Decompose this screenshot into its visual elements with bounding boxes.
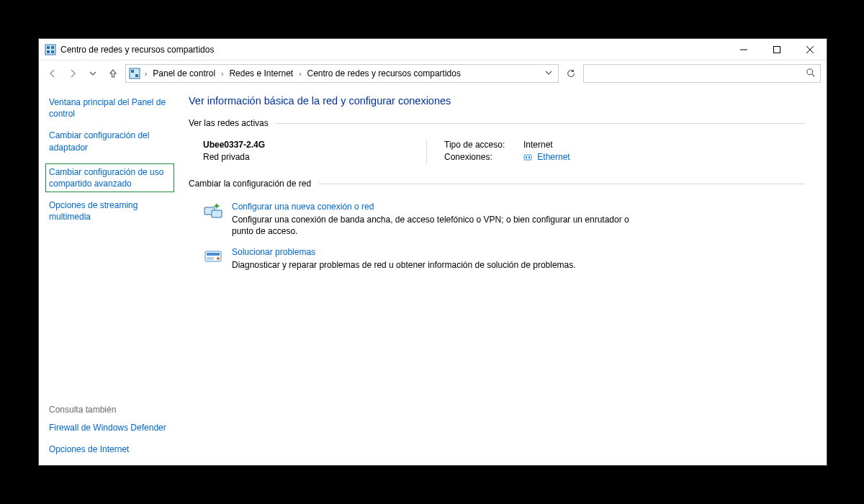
connection-link[interactable]: Ethernet: [537, 152, 570, 162]
svg-rect-11: [135, 74, 138, 77]
ethernet-icon: [523, 153, 532, 161]
change-settings-label: Cambiar la configuración de red: [189, 179, 311, 189]
search-icon[interactable]: [806, 68, 816, 80]
see-also-heading: Consulta también: [49, 405, 173, 415]
divider: [318, 184, 805, 184]
page-title: Ver información básica de la red y confi…: [189, 95, 805, 107]
sidebar: Ventana principal del Panel de control C…: [39, 86, 180, 465]
network-name: Ubee0337-2.4G: [203, 140, 426, 150]
svg-rect-23: [207, 253, 220, 256]
breadcrumb-chevron[interactable]: ›: [296, 70, 304, 78]
svg-line-13: [812, 73, 815, 76]
sidebar-internet-options-link[interactable]: Opciones de Internet: [49, 444, 173, 455]
active-networks-heading: Ver las redes activas: [189, 118, 805, 128]
minimize-button[interactable]: [727, 39, 760, 60]
task-troubleshoot-desc: Diagnosticar y reparar problemas de red …: [232, 259, 576, 271]
task-troubleshoot-link[interactable]: Solucionar problemas: [232, 247, 576, 257]
breadcrumb-mid[interactable]: Redes e Internet: [228, 67, 294, 80]
network-identity: Ubee0337-2.4G Red privada: [203, 140, 426, 164]
change-settings-heading: Cambiar la configuración de red: [189, 179, 805, 189]
task-new-connection: Configurar una nueva conexión o red Conf…: [189, 197, 805, 243]
svg-rect-24: [207, 257, 214, 260]
address-bar: › Panel de control › Redes e Internet › …: [39, 60, 827, 86]
svg-rect-1: [47, 46, 50, 49]
close-button[interactable]: [793, 39, 827, 60]
window-controls: [727, 39, 827, 60]
back-button[interactable]: [45, 66, 60, 81]
search-box[interactable]: [583, 64, 821, 83]
svg-rect-15: [526, 156, 527, 158]
svg-rect-3: [47, 50, 50, 53]
sidebar-home-link[interactable]: Ventana principal del Panel de control: [49, 96, 173, 120]
window-body: Ventana principal del Panel de control C…: [39, 86, 827, 465]
breadcrumb-chevron[interactable]: ›: [142, 70, 150, 78]
breadcrumb-leaf[interactable]: Centro de redes y recursos compartidos: [306, 67, 462, 80]
svg-rect-2: [51, 46, 54, 49]
network-center-icon: [45, 44, 56, 55]
troubleshoot-icon: [203, 248, 223, 266]
task-new-connection-link[interactable]: Configurar una nueva conexión o red: [232, 202, 635, 212]
active-network-row: Ubee0337-2.4G Red privada Tipo de acceso…: [189, 137, 805, 179]
sidebar-sharing-link[interactable]: Cambiar configuración de uso compartido …: [45, 163, 174, 192]
sidebar-adapter-link[interactable]: Cambiar configuración del adaptador: [49, 130, 173, 153]
svg-rect-16: [528, 156, 530, 158]
search-input[interactable]: [588, 68, 806, 79]
access-type-value: Internet: [523, 140, 553, 150]
access-type-label: Tipo de acceso:: [444, 140, 523, 150]
svg-rect-6: [774, 46, 780, 53]
network-type: Red privada: [203, 152, 426, 162]
titlebar: Centro de redes y recursos compartidos: [39, 39, 827, 60]
content-area: Ver información básica de la red y confi…: [180, 86, 827, 465]
window-title: Centro de redes y recursos compartidos: [60, 45, 727, 55]
svg-point-12: [807, 68, 813, 74]
sidebar-firewall-link[interactable]: Firewall de Windows Defender: [49, 422, 173, 433]
svg-rect-18: [212, 210, 222, 217]
up-button[interactable]: [105, 66, 121, 81]
sidebar-streaming-link[interactable]: Opciones de streaming multimedia: [49, 199, 173, 222]
control-panel-window: Centro de redes y recursos compartidos: [38, 38, 827, 466]
network-details: Tipo de acceso: Internet Conexiones: Eth…: [444, 140, 570, 164]
connections-label: Conexiones:: [444, 152, 523, 162]
breadcrumb-chevron[interactable]: ›: [218, 70, 226, 78]
active-networks-label: Ver las redes activas: [189, 118, 269, 128]
vertical-divider: [426, 140, 427, 164]
breadcrumb-root[interactable]: Panel de control: [151, 67, 217, 80]
new-connection-icon: [203, 203, 223, 220]
network-center-icon: [129, 68, 140, 79]
svg-rect-14: [524, 155, 531, 160]
task-troubleshoot: Solucionar problemas Diagnosticar y repa…: [189, 243, 805, 276]
forward-button[interactable]: [65, 66, 81, 81]
svg-rect-21: [217, 204, 217, 210]
svg-rect-10: [131, 70, 134, 73]
maximize-button[interactable]: [760, 39, 793, 60]
refresh-button[interactable]: [563, 66, 579, 81]
address-dropdown[interactable]: [542, 69, 555, 78]
task-new-connection-desc: Configurar una conexión de banda ancha, …: [232, 214, 635, 237]
svg-rect-4: [51, 50, 54, 53]
svg-point-25: [217, 257, 220, 260]
history-dropdown[interactable]: [85, 66, 101, 81]
divider: [276, 123, 805, 124]
address-box[interactable]: › Panel de control › Redes e Internet › …: [125, 64, 559, 83]
